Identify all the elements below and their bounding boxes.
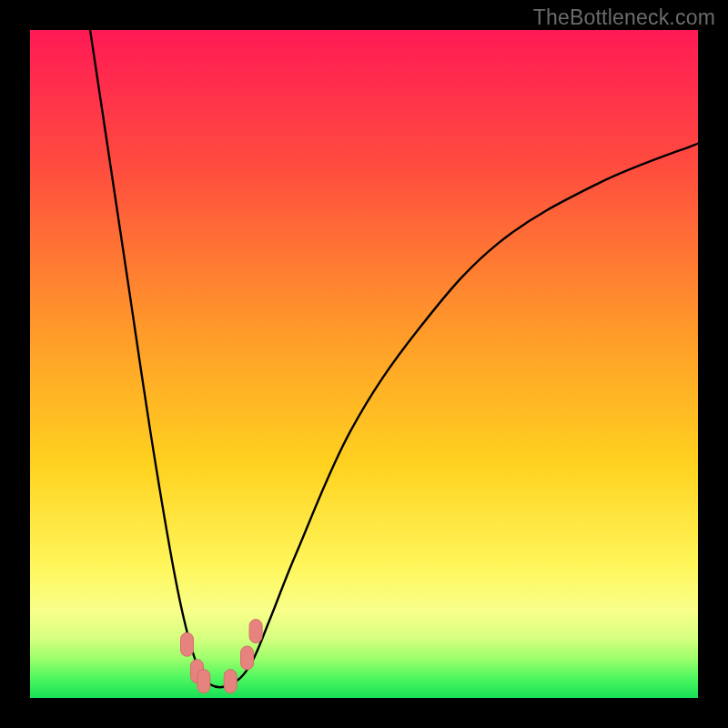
curve-marker — [241, 646, 254, 670]
bottleneck-curve — [90, 30, 698, 687]
chart-frame: TheBottleneck.com — [0, 0, 728, 728]
curve-marker — [180, 632, 193, 656]
curve-marker — [224, 670, 237, 693]
curve-marker — [197, 670, 210, 693]
curve-marker — [249, 620, 262, 643]
curve-markers — [180, 620, 262, 693]
curve-layer — [30, 30, 698, 698]
attribution-label: TheBottleneck.com — [533, 5, 715, 30]
plot-area — [30, 30, 698, 698]
